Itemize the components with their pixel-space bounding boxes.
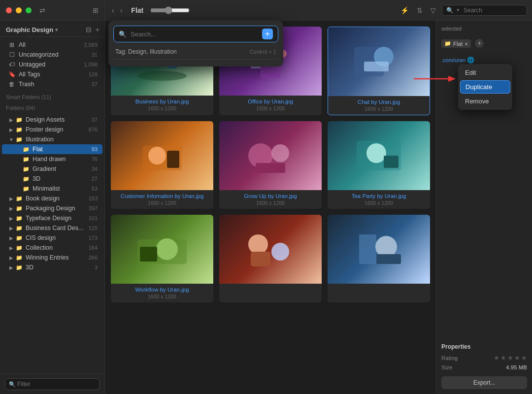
context-duplicate[interactable]: Duplicate — [460, 80, 510, 94]
arrow-svg — [411, 73, 456, 85]
context-remove[interactable]: Remove — [458, 95, 512, 108]
svg-marker-30 — [448, 76, 456, 82]
context-edit[interactable]: Edit — [458, 66, 512, 79]
overlay-backdrop: 🔍 + Tag: Design, Illustration Control + … — [0, 0, 532, 394]
tag-dropdown: 🔍 + Tag: Design, Illustration Control + … — [108, 21, 283, 66]
tag-add-button[interactable]: + — [262, 29, 273, 39]
tag-search-input[interactable] — [131, 31, 258, 38]
tag-current-row: Tag: Design, Illustration Control + 1 — [113, 46, 278, 60]
tag-search-wrap: 🔍 + — [113, 26, 278, 42]
tag-current-label: Tag: Design, Illustration — [115, 48, 177, 55]
tag-search-icon: 🔍 — [119, 31, 127, 38]
context-menu: Edit Duplicate Remove — [458, 64, 512, 110]
red-arrow-indicator — [411, 73, 456, 87]
tag-shortcut: Control + 1 — [250, 49, 276, 55]
